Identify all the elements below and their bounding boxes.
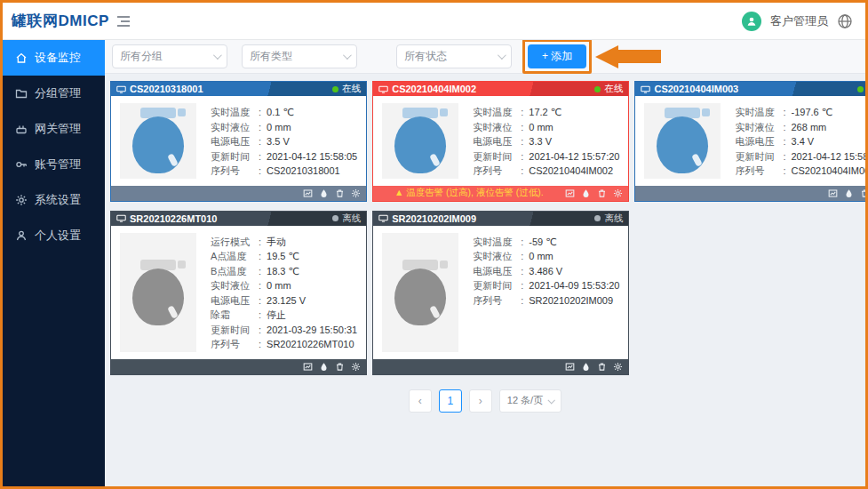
field-value: -59 ℃ [529, 235, 556, 250]
key-icon [15, 158, 28, 171]
field-label: 实时温度 [211, 105, 257, 120]
field-label: 实时液位 [211, 120, 257, 135]
field-value: 2021-04-12 15:57:20 [529, 149, 619, 164]
trash-icon[interactable] [335, 362, 345, 372]
field-label: 运行模式 [211, 235, 257, 250]
droplet-icon[interactable] [581, 188, 591, 198]
card-header: SR20210226MT010 离线 [111, 212, 366, 226]
app-window: 罐联网DMICP 客户管理员 设备监控 分组管理 网关管理 账号管理 系统设置 [0, 0, 868, 489]
card-footer [635, 186, 865, 201]
field-value: 3.486 V [529, 264, 562, 279]
field-label: 更新时间 [211, 323, 257, 338]
gear-icon[interactable] [613, 188, 623, 198]
device-card: SR20210202IM009 离线 实时温度:-59 ℃ 实时液位:0 mm … [372, 211, 629, 375]
trash-icon[interactable] [597, 188, 607, 198]
page-size-select[interactable]: 12 条/页 [499, 389, 561, 413]
field-label: 实时液位 [211, 278, 257, 293]
app-logo: 罐联网DMICP [3, 11, 105, 31]
gear-icon[interactable] [351, 362, 361, 372]
chevron-down-icon [548, 397, 555, 404]
warning-triangle-icon: ▲ [394, 187, 403, 197]
field-label: 序列号 [473, 164, 519, 179]
status-filter-select[interactable]: 所有状态 [396, 44, 512, 68]
droplet-icon[interactable] [319, 188, 329, 198]
field-label: 序列号 [211, 164, 257, 179]
gear-icon[interactable] [351, 188, 361, 198]
field-value: 268 mm [792, 120, 827, 135]
device-title: SR20210202IM009 [392, 213, 476, 224]
tank-image [382, 233, 458, 352]
main-content: 所有分组 所有类型 所有状态 + 添加 CS2021 [105, 40, 865, 486]
status-dot [332, 215, 338, 221]
chart-icon[interactable] [828, 188, 838, 198]
avatar[interactable] [742, 12, 761, 31]
device-card: CS20210318001 在线 实时温度:0.1 ℃ 实时液位:0 mm 电源… [110, 81, 367, 202]
card-footer: ▲ 温度告警 (过高), 液位告警 (过低). [373, 186, 628, 201]
field-value: 0.1 ℃ [267, 105, 294, 120]
field-value: SR20210226MT010 [267, 337, 354, 352]
group-filter-select[interactable]: 所有分组 [112, 44, 227, 68]
top-bar: 罐联网DMICP 客户管理员 [3, 3, 865, 40]
chart-icon[interactable] [303, 188, 313, 198]
field-label: 电源电压 [473, 264, 519, 279]
alarm-message: ▲ 温度告警 (过高), 液位告警 (过低). [378, 187, 559, 199]
droplet-icon[interactable] [581, 362, 591, 372]
globe-icon[interactable] [837, 13, 853, 29]
card-header: CS20210318001 在线 [111, 82, 366, 96]
sidebar-item-device-monitor[interactable]: 设备监控 [3, 40, 105, 76]
field-label: 序列号 [211, 337, 257, 352]
field-label: 序列号 [735, 164, 781, 179]
device-title: SR20210226MT010 [130, 213, 217, 224]
device-icon [116, 85, 126, 93]
device-title: CS20210318001 [130, 84, 203, 94]
topbar-user-area: 客户管理员 [742, 12, 865, 31]
status-dot [594, 86, 601, 92]
trash-icon[interactable] [335, 188, 345, 198]
field-value: CS20210318001 [267, 164, 340, 179]
field-value: 23.125 V [267, 293, 306, 309]
sidebar-item-group-management[interactable]: 分组管理 [3, 76, 105, 111]
status-label: 在线 [604, 83, 623, 95]
sidebar-collapse-icon[interactable] [117, 16, 130, 27]
prev-page-button[interactable]: ‹ [409, 389, 432, 413]
sidebar-item-gateway-management[interactable]: 网关管理 [3, 111, 105, 147]
status-dot [332, 86, 338, 92]
sidebar: 设备监控 分组管理 网关管理 账号管理 系统设置 个人设置 [3, 40, 105, 486]
sidebar-item-personal-settings[interactable]: 个人设置 [3, 218, 105, 253]
field-label: 电源电压 [473, 134, 519, 149]
sidebar-item-account-management[interactable]: 账号管理 [3, 147, 105, 182]
device-card: SR20210226MT010 离线 运行模式:手动 A点温度:19.5 ℃ B… [110, 211, 367, 375]
sidebar-item-label: 个人设置 [35, 228, 81, 244]
sidebar-item-system-settings[interactable]: 系统设置 [3, 182, 105, 218]
field-label: 更新时间 [735, 149, 781, 164]
field-value: 0 mm [267, 278, 291, 293]
chart-icon[interactable] [565, 188, 575, 198]
field-value: 3.3 V [529, 134, 552, 149]
gear-icon[interactable] [613, 362, 623, 372]
field-value: 2021-04-12 15:58:03 [792, 149, 866, 164]
chart-icon[interactable] [565, 362, 575, 372]
droplet-icon[interactable] [844, 188, 854, 198]
user-name[interactable]: 客户管理员 [770, 13, 828, 29]
page-1-button[interactable]: 1 [439, 389, 462, 413]
device-title: CS20210404IM003 [654, 84, 738, 94]
card-body: 运行模式:手动 A点温度:19.5 ℃ B点温度:18.3 ℃ 实时液位:0 m… [111, 226, 366, 359]
trash-icon[interactable] [597, 362, 607, 372]
card-footer [111, 186, 366, 201]
chevron-down-icon [498, 51, 506, 60]
trash-icon[interactable] [860, 188, 865, 198]
add-device-button[interactable]: + 添加 [528, 44, 586, 68]
device-card: CS20210404IM003 在线 实时温度:-197.6 ℃ 实时液位:26… [634, 81, 865, 202]
droplet-icon[interactable] [319, 362, 329, 372]
field-value: 0 mm [267, 120, 291, 135]
field-label: 实时温度 [735, 105, 781, 120]
field-label: 实时温度 [473, 235, 519, 250]
user-icon [15, 229, 28, 242]
field-value: 18.3 ℃ [267, 264, 299, 279]
type-filter-select[interactable]: 所有类型 [242, 44, 357, 68]
chart-icon[interactable] [303, 362, 313, 372]
status-filter-value: 所有状态 [404, 49, 447, 64]
next-page-button[interactable]: › [469, 389, 492, 413]
annotation-arrow [595, 45, 661, 68]
status-dot [594, 215, 601, 221]
